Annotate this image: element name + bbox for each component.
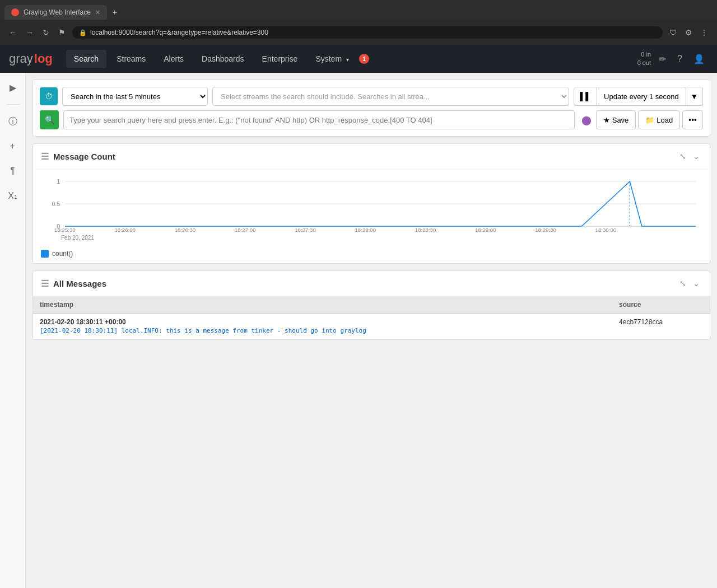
time-picker-button[interactable]: ⏱ — [40, 87, 58, 105]
legend-color-swatch — [41, 250, 49, 258]
close-tab-icon[interactable]: ✕ — [95, 9, 100, 16]
bookmark-button[interactable]: ⚑ — [56, 26, 68, 39]
favicon-icon — [11, 8, 19, 16]
address-bar[interactable]: 🔒 localhost:9000/search?q=&rangetype=rel… — [72, 26, 663, 39]
notification-badge[interactable]: 1 — [359, 54, 369, 64]
chart-panel-actions: ⤡ ⌄ — [677, 150, 702, 163]
col-timestamp: timestamp — [33, 296, 612, 314]
svg-text:18:27:00: 18:27:00 — [235, 227, 256, 232]
chart-panel-header: ☰ Message Count ⤡ ⌄ — [33, 144, 710, 169]
chart-area: 1 0.5 0 18:25:30 18:26:00 18:26:30 18:27… — [33, 169, 710, 248]
action-group: ★ Save 📁 Load ••• — [596, 110, 703, 129]
svg-text:18:26:00: 18:26:00 — [114, 227, 136, 232]
left-sidebar: ▶ ⓘ + ¶ X₁ — [0, 73, 26, 588]
nav-system[interactable]: System — [308, 50, 357, 68]
system-chevron-icon — [344, 54, 349, 63]
more-options-button[interactable]: ••• — [682, 110, 703, 129]
search-row-1: ⏱ Search in the last 5 minutes Select st… — [40, 87, 703, 106]
folder-icon: 📁 — [645, 116, 654, 124]
messages-panel-header: ☰ All Messages ⤡ ⌄ — [33, 271, 710, 296]
help-icon[interactable]: ? — [674, 50, 686, 67]
new-tab-button[interactable]: + — [107, 4, 123, 20]
load-label: Load — [657, 116, 673, 124]
message-log-link[interactable]: [2021-02-20 18:30:11] local.INFO: this i… — [40, 327, 606, 334]
browser-tab[interactable]: Graylog Web Interface ✕ — [4, 5, 107, 20]
menu-icon[interactable]: ⋮ — [698, 26, 710, 39]
messages-panel: ☰ All Messages ⤡ ⌄ timestamp source — [32, 270, 710, 340]
pause-button[interactable]: ▌▌ — [574, 87, 597, 106]
update-interval-button[interactable]: Update every 1 second — [597, 87, 686, 106]
search-submit-button[interactable]: 🔍 — [40, 110, 59, 129]
lock-icon: 🔒 — [79, 29, 87, 36]
svg-text:18:30:00: 18:30:00 — [595, 227, 617, 232]
chart-panel-title: ☰ Message Count — [41, 151, 115, 162]
throughput-display: 0 in 0 out — [637, 50, 651, 68]
search-row-2: 🔍 ⬤ ★ Save 📁 Load ••• — [40, 110, 703, 129]
expand-messages-button[interactable]: ⤡ — [677, 277, 688, 290]
table-row: 2021-02-20 18:30:11 +00:00 [2021-02-20 1… — [33, 314, 710, 339]
main-content: ⏱ Search in the last 5 minutes Select st… — [26, 73, 717, 588]
update-dropdown-button[interactable]: ▼ — [686, 87, 703, 106]
forward-button[interactable]: → — [24, 26, 36, 39]
logo-log: log — [34, 52, 53, 66]
svg-text:18:25:30: 18:25:30 — [54, 227, 76, 232]
message-timestamp: 2021-02-20 18:30:11 +00:00 — [40, 318, 606, 326]
save-label: Save — [612, 116, 629, 124]
query-addon-icon: ⬤ — [581, 115, 592, 125]
svg-text:18:29:00: 18:29:00 — [475, 227, 496, 232]
svg-text:18:28:30: 18:28:30 — [415, 227, 436, 232]
query-input[interactable] — [63, 110, 575, 129]
sidebar-add-button[interactable]: + — [3, 136, 23, 156]
time-range-select[interactable]: Search in the last 5 minutes — [62, 87, 208, 106]
sidebar-info-button[interactable]: ⓘ — [3, 111, 23, 132]
messages-table: timestamp source 2021-02-20 18:30:11 +00… — [33, 296, 710, 339]
legend-label: count() — [52, 250, 73, 258]
tab-title: Graylog Web Interface — [24, 8, 91, 16]
message-count-chart: 1 0.5 0 18:25:30 18:26:00 18:26:30 18:27… — [41, 176, 702, 232]
save-button[interactable]: ★ Save — [596, 110, 636, 129]
svg-text:18:27:30: 18:27:30 — [295, 227, 316, 232]
nav-right: 0 in 0 out ✏ ? 👤 — [637, 50, 708, 68]
chart-date-label: Feb 20, 2021 — [41, 234, 702, 241]
throughput-out: 0 out — [637, 59, 651, 67]
svg-text:18:29:30: 18:29:30 — [535, 227, 556, 232]
nav-dashboards[interactable]: Dashboards — [194, 50, 252, 68]
messages-panel-actions: ⤡ ⌄ — [677, 277, 702, 290]
edit-icon[interactable]: ✏ — [655, 50, 669, 68]
col-source: source — [612, 296, 710, 314]
sidebar-divider-1 — [6, 104, 20, 105]
top-navigation: graylog Search Streams Alerts Dashboards… — [0, 45, 717, 73]
messages-drag-handle-icon: ☰ — [41, 278, 49, 289]
svg-text:0.5: 0.5 — [52, 201, 60, 207]
drag-handle-icon: ☰ — [41, 151, 49, 162]
nav-search[interactable]: Search — [66, 50, 106, 68]
collapse-chart-button[interactable]: ⌄ — [691, 150, 702, 163]
sidebar-subscript-button[interactable]: X₁ — [3, 185, 23, 206]
back-button[interactable]: ← — [7, 26, 19, 39]
user-icon[interactable]: 👤 — [690, 50, 708, 68]
nav-streams[interactable]: Streams — [109, 50, 153, 68]
update-group: ▌▌ Update every 1 second ▼ — [574, 87, 703, 106]
svg-text:18:28:00: 18:28:00 — [355, 227, 376, 232]
expand-chart-button[interactable]: ⤡ — [677, 150, 688, 163]
load-button[interactable]: 📁 Load — [638, 110, 680, 129]
chart-panel: ☰ Message Count ⤡ ⌄ 1 — [32, 143, 710, 264]
message-source: 4ecb77128cca — [612, 314, 710, 339]
svg-text:1: 1 — [57, 179, 60, 185]
star-icon: ★ — [603, 116, 610, 124]
search-panel: ⏱ Search in the last 5 minutes Select st… — [32, 80, 710, 137]
sidebar-expand-button[interactable]: ▶ — [3, 77, 23, 97]
stream-select[interactable]: Select streams the search should include… — [212, 87, 569, 106]
address-text: localhost:9000/search?q=&rangetype=relat… — [90, 29, 656, 36]
chart-legend: count() — [33, 248, 710, 263]
nav-alerts[interactable]: Alerts — [156, 50, 192, 68]
sidebar-paragraph-button[interactable]: ¶ — [3, 161, 23, 181]
messages-panel-title: ☰ All Messages — [41, 278, 106, 289]
nav-enterprise[interactable]: Enterprise — [254, 50, 306, 68]
collapse-messages-button[interactable]: ⌄ — [691, 277, 702, 290]
nav-items: Search Streams Alerts Dashboards Enterpr… — [66, 50, 637, 68]
svg-text:18:26:30: 18:26:30 — [175, 227, 196, 232]
reload-button[interactable]: ↻ — [40, 26, 52, 39]
extensions-icon[interactable]: ⚙ — [683, 26, 695, 39]
shield-icon[interactable]: 🛡 — [667, 26, 679, 39]
